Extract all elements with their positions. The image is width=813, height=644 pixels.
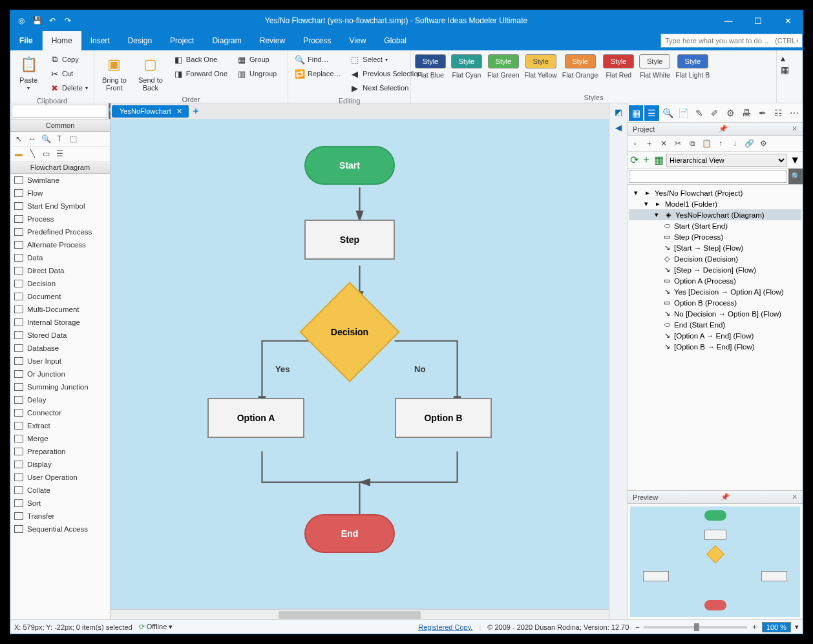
shape-collate[interactable]: Collate — [10, 484, 110, 497]
zoom-in-icon[interactable]: ＋ — [751, 622, 758, 632]
expand-icon[interactable]: ▾ — [652, 211, 661, 219]
zoom-dropdown-icon[interactable]: ▾ — [795, 623, 799, 631]
tree-node[interactable]: ▭Step (Process) — [629, 231, 801, 242]
pt-link-icon[interactable]: 🔗 — [743, 137, 755, 150]
tree-node[interactable]: ▭Option B (Process) — [629, 297, 801, 308]
minimize-button[interactable]: — — [713, 10, 743, 31]
container-tool-icon[interactable]: ⬚ — [67, 134, 79, 144]
shape-extract[interactable]: Extract — [10, 419, 110, 432]
style-flat-orange[interactable]: Style — [565, 54, 596, 68]
close-button[interactable]: ✕ — [773, 10, 803, 31]
tree-node[interactable]: ▭Option A (Process) — [629, 275, 801, 286]
tree-node[interactable]: ⬭Start (Start End) — [629, 220, 801, 231]
style-flat-yellow[interactable]: Style — [525, 54, 556, 68]
rt-doc-icon[interactable]: 📄 — [676, 105, 690, 121]
node-start[interactable]: Start — [304, 146, 395, 185]
ungroup-button[interactable]: ▥Ungroup — [234, 67, 279, 80]
tab-close-icon[interactable]: ✕ — [176, 107, 182, 116]
shape-database[interactable]: Database — [10, 342, 110, 355]
omnibox[interactable] — [660, 34, 803, 48]
pt-down-icon[interactable]: ↓ — [728, 137, 741, 150]
forward-one-button[interactable]: ◨Forward One — [171, 67, 230, 80]
menu-file[interactable]: File — [10, 31, 43, 50]
line-tool-icon[interactable]: ▬ — [13, 149, 25, 159]
zoom-tool-icon[interactable]: 🔍 — [40, 134, 52, 144]
zoom-value[interactable]: 100 % — [762, 622, 791, 632]
side-tool-1[interactable]: ◩ — [611, 105, 626, 119]
menu-diagram[interactable]: Diagram — [203, 31, 250, 50]
expand-icon[interactable]: ▾ — [631, 189, 640, 197]
shape-merge[interactable]: Merge — [10, 432, 110, 445]
pt-adddiag-icon[interactable]: ▦ — [654, 154, 664, 166]
shape-predefined-process[interactable]: Predefined Process — [10, 225, 110, 238]
tree-node[interactable]: ▾◈YesNoFlowchart (Diagram) — [629, 209, 801, 220]
ribbon-collapse-icon[interactable]: ▴ — [781, 53, 789, 63]
pt-up-icon[interactable]: ↑ — [714, 137, 727, 150]
rt-style-icon[interactable]: ✐ — [708, 105, 722, 121]
tree-node[interactable]: ▾▸Model1 (Folder) — [629, 198, 801, 209]
back-one-button[interactable]: ◧Back One — [171, 53, 230, 66]
menu-review[interactable]: Review — [251, 31, 294, 50]
shape-sort[interactable]: Sort — [10, 497, 110, 510]
tree-node[interactable]: ↘No [Decision → Option B] (Flow) — [629, 308, 801, 319]
rt-layers-icon[interactable]: ☷ — [771, 105, 785, 121]
pt-addfolder-icon[interactable]: ＋ — [641, 153, 651, 167]
zoom-out-icon[interactable]: − — [635, 623, 639, 631]
shape-display[interactable]: Display — [10, 458, 110, 471]
project-search-button[interactable]: 🔍 — [788, 169, 803, 184]
pt-refresh-icon[interactable]: ⟳ — [630, 154, 639, 166]
delete-button[interactable]: ✖Delete▾ — [47, 81, 90, 94]
rt-tree-icon[interactable]: ☰ — [644, 105, 659, 121]
zoom-slider[interactable] — [644, 626, 747, 628]
preview-close-icon[interactable]: ✕ — [792, 493, 797, 501]
pt-paste-icon[interactable]: 📋 — [700, 137, 713, 150]
rt-select-icon[interactable]: ▦ — [629, 105, 643, 121]
shape-delay[interactable]: Delay — [10, 393, 110, 406]
shape-transfer[interactable]: Transfer — [10, 510, 110, 523]
shape-start-end-symbol[interactable]: Start End Symbol — [10, 200, 110, 213]
tree-node[interactable]: ↘Yes [Decision → Option A] (Flow) — [629, 286, 801, 297]
node-decision[interactable]: Decision — [314, 296, 385, 368]
project-close-icon[interactable]: ✕ — [792, 125, 797, 133]
tree-node[interactable]: ↘[Option A → End] (Flow) — [629, 330, 801, 341]
project-view-select[interactable]: Hierarchical View — [666, 154, 787, 167]
maximize-button[interactable]: ☐ — [743, 10, 773, 31]
rect-tool-icon[interactable]: ▭ — [40, 149, 52, 159]
shape-connector[interactable]: Connector — [10, 406, 110, 419]
document-tab[interactable]: YesNoFlowchart✕ — [112, 105, 189, 118]
shape-summing-junction[interactable]: Summing Junction — [10, 380, 110, 393]
shape-data[interactable]: Data — [10, 251, 110, 264]
tree-node[interactable]: ▾▸Yes/No Flowchart (Project) — [629, 187, 801, 198]
menu-insert[interactable]: Insert — [81, 31, 119, 50]
rt-pen-icon[interactable]: ✒ — [755, 105, 770, 121]
shape-alternate-process[interactable]: Alternate Process — [10, 238, 110, 251]
shape-direct-data[interactable]: Direct Data — [10, 264, 110, 277]
menu-home[interactable]: Home — [43, 31, 81, 50]
expand-icon[interactable]: ▾ — [642, 200, 651, 208]
pt-add-icon[interactable]: ＋ — [643, 137, 656, 150]
rt-edit-icon[interactable]: ✎ — [692, 105, 706, 121]
shape-sequential-access[interactable]: Sequential Access — [10, 523, 110, 535]
group-button[interactable]: ▦Group — [234, 53, 279, 66]
list-tool-icon[interactable]: ☰ — [54, 149, 65, 159]
pt-del-icon[interactable]: ✕ — [657, 137, 670, 150]
connector-tool-icon[interactable]: ↔ — [26, 134, 38, 144]
shape-preparation[interactable]: Preparation — [10, 445, 110, 458]
project-search[interactable] — [629, 170, 787, 183]
status-registered[interactable]: Registered Copy. — [418, 623, 472, 631]
node-option-a[interactable]: Option A — [207, 398, 304, 438]
menu-project[interactable]: Project — [161, 31, 203, 50]
save-icon[interactable]: 💾 — [31, 15, 43, 26]
node-end[interactable]: End — [304, 514, 395, 553]
send-back-button[interactable]: ▢Send to Back — [134, 53, 167, 93]
style-flat-red[interactable]: Style — [603, 54, 634, 68]
tree-node[interactable]: ◇Decision (Decision) — [629, 253, 801, 264]
menu-view[interactable]: View — [341, 31, 375, 50]
style-flat-blue[interactable]: Style — [415, 54, 446, 68]
horizontal-scrollbar[interactable] — [111, 609, 609, 619]
style-flat-light-b[interactable]: Style — [677, 54, 708, 68]
project-tree[interactable]: ▾▸Yes/No Flowchart (Project)▾▸Model1 (Fo… — [628, 185, 803, 490]
shape-user-input[interactable]: User Input — [10, 355, 110, 368]
pt-filter-icon[interactable]: ▼ — [790, 154, 800, 166]
tree-node[interactable]: ↘[Start → Step] (Flow) — [629, 242, 801, 253]
